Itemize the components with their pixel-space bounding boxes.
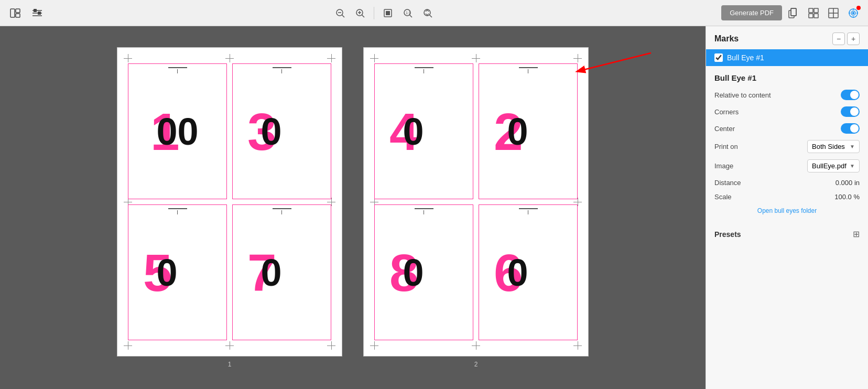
zoom-actual-btn[interactable]: 1:1 bbox=[399, 6, 416, 20]
image-value: BullEye.pdf bbox=[812, 162, 847, 170]
presets-grid-icon: ⊞ bbox=[853, 229, 860, 239]
distance-row: Distance 0.000 in bbox=[714, 179, 860, 187]
card-top-mark-6 bbox=[519, 67, 538, 73]
relative-to-content-toggle[interactable] bbox=[841, 90, 860, 100]
print-on-row: Print on Both Sides ▼ bbox=[714, 140, 860, 153]
open-bull-eyes-folder-link[interactable]: Open bull eyes folder bbox=[714, 207, 860, 214]
table-panel-btn[interactable] bbox=[825, 5, 842, 21]
bull-eye-props-title: Bull Eye #1 bbox=[714, 73, 860, 82]
presets-section: Presets ⊞ bbox=[706, 222, 868, 246]
card-seq-8: 00 bbox=[507, 254, 549, 291]
bull-eye-item[interactable]: Bull Eye #1 bbox=[706, 49, 868, 66]
copy-layout-panel-btn[interactable] bbox=[785, 5, 802, 21]
svg-rect-28 bbox=[814, 14, 818, 18]
card-7: 00 8 bbox=[374, 204, 473, 340]
card-mark-tick bbox=[281, 69, 283, 73]
svg-rect-23 bbox=[791, 8, 796, 16]
image-row: Image BullEye.pdf ▼ bbox=[714, 159, 860, 172]
card-seq-5: 00 bbox=[403, 113, 444, 150]
card-seq-1: 00 bbox=[156, 113, 198, 150]
card-mark-line bbox=[168, 208, 187, 209]
page-2-wrapper: 00 4 00 2 bbox=[363, 47, 589, 368]
corners-label: Corners bbox=[714, 108, 739, 116]
reg-mark-tr bbox=[327, 54, 335, 62]
card-mark-tick bbox=[281, 210, 283, 214]
bull-eye-label: Bull Eye #1 bbox=[727, 53, 860, 62]
distance-unit: in bbox=[854, 179, 860, 187]
reg-mark-p2-tl bbox=[370, 54, 378, 62]
corners-row: Corners bbox=[714, 106, 860, 117]
print-on-value: Both Sides bbox=[812, 143, 845, 150]
card-mark-tick bbox=[177, 210, 178, 214]
card-mark-line bbox=[415, 208, 433, 209]
reg-mark-p2-br bbox=[573, 341, 582, 350]
svg-rect-16 bbox=[386, 11, 390, 15]
zoom-fit-all-btn[interactable] bbox=[419, 6, 436, 20]
card-top-mark-2 bbox=[273, 67, 291, 73]
presets-title: Presets bbox=[714, 230, 741, 239]
reg-mark-br bbox=[327, 341, 335, 350]
card-3: 00 5 bbox=[128, 204, 227, 340]
svg-rect-26 bbox=[814, 8, 818, 13]
reg-mark-bl bbox=[124, 341, 132, 350]
card-mark-line bbox=[273, 208, 291, 209]
svg-line-12 bbox=[362, 15, 364, 17]
toolbar-divider bbox=[374, 7, 374, 19]
scale-value: 100.0 % bbox=[834, 193, 860, 201]
distance-value: 0.000 in bbox=[836, 179, 860, 187]
fit-page-btn[interactable] bbox=[379, 6, 396, 20]
gantt-tool-btn[interactable] bbox=[28, 5, 46, 21]
marks-header: Marks − + bbox=[706, 26, 868, 49]
card-4: 00 7 bbox=[232, 204, 331, 340]
scale-unit: % bbox=[853, 193, 860, 201]
print-on-label: Print on bbox=[714, 143, 738, 150]
card-mark-line bbox=[519, 67, 538, 68]
marks-panel-btn[interactable] bbox=[845, 5, 862, 21]
card-2: 00 3 bbox=[232, 63, 331, 199]
marks-remove-btn[interactable]: − bbox=[832, 33, 845, 45]
marks-buttons: − + bbox=[832, 33, 860, 45]
center-label: Center bbox=[714, 125, 735, 133]
distance-label: Distance bbox=[714, 179, 741, 187]
card-mark-tick bbox=[424, 69, 425, 73]
bull-eye-checkbox[interactable] bbox=[714, 53, 723, 62]
grid-panel-btn[interactable] bbox=[805, 5, 822, 21]
card-top-mark-1 bbox=[168, 67, 187, 73]
svg-rect-25 bbox=[809, 8, 813, 13]
corners-toggle[interactable] bbox=[841, 106, 860, 117]
reg-mark-tl bbox=[124, 54, 132, 62]
canvas-area: 00 1 00 3 bbox=[0, 26, 706, 389]
card-1: 00 1 bbox=[128, 63, 227, 199]
card-seq-3: 00 bbox=[156, 254, 198, 291]
center-toggle[interactable] bbox=[841, 123, 860, 134]
relative-to-content-label: Relative to content bbox=[714, 91, 771, 99]
marks-add-btn[interactable]: + bbox=[847, 33, 860, 45]
toolbar-left-tools bbox=[6, 5, 46, 21]
page-1: 00 1 00 3 bbox=[117, 47, 342, 356]
card-mark-line bbox=[415, 67, 433, 68]
reg-mark-bm bbox=[225, 341, 234, 350]
svg-line-21 bbox=[429, 15, 432, 17]
card-top-mark-5 bbox=[415, 67, 433, 73]
card-mark-tick bbox=[424, 210, 425, 214]
page-2: 00 4 00 2 bbox=[363, 47, 589, 356]
image-label: Image bbox=[714, 162, 733, 170]
svg-line-9 bbox=[342, 15, 344, 17]
card-8: 00 6 bbox=[479, 204, 578, 340]
card-seq-7: 00 bbox=[403, 254, 444, 291]
zoom-out-btn[interactable] bbox=[332, 6, 349, 20]
print-on-dropdown[interactable]: Both Sides ▼ bbox=[807, 140, 860, 153]
card-top-mark-4 bbox=[273, 208, 291, 214]
image-arrow: ▼ bbox=[850, 163, 855, 169]
page-2-number: 2 bbox=[474, 361, 478, 368]
generate-pdf-btn[interactable]: Generate PDF bbox=[721, 5, 782, 20]
image-dropdown[interactable]: BullEye.pdf ▼ bbox=[807, 159, 860, 172]
card-mark-tick bbox=[528, 210, 529, 214]
svg-rect-0 bbox=[10, 9, 15, 17]
zoom-in-btn[interactable] bbox=[352, 6, 368, 20]
marks-title: Marks bbox=[714, 34, 739, 44]
scale-label: Scale bbox=[714, 193, 732, 201]
svg-rect-6 bbox=[34, 9, 37, 12]
layout-tool-btn[interactable] bbox=[6, 5, 24, 21]
right-panel: Marks − + Bull Eye #1 Bull Eye #1 Relati… bbox=[706, 26, 868, 389]
